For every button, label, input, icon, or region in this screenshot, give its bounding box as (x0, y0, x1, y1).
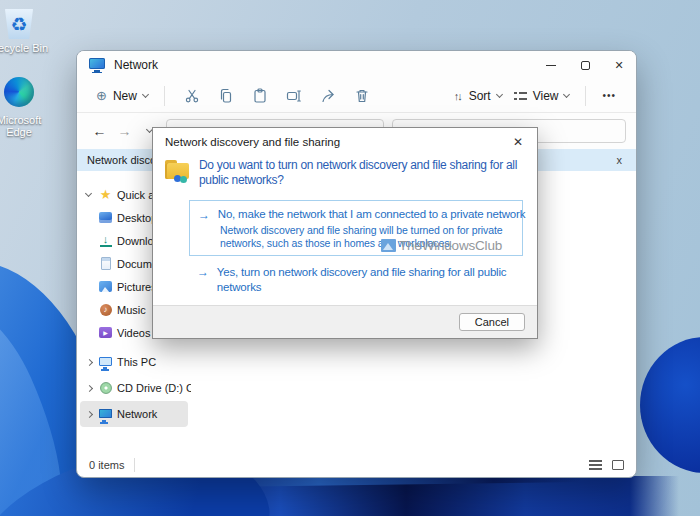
cancel-button[interactable]: Cancel (459, 313, 525, 331)
this-pc-icon (99, 357, 112, 366)
status-bar: 0 items (77, 453, 636, 477)
view-button[interactable]: View (508, 85, 576, 107)
edge-icon (4, 77, 34, 107)
paste-button[interactable] (243, 82, 277, 110)
minimize-icon (546, 65, 556, 66)
dialog-footer: Cancel (153, 305, 537, 338)
sidebar-item-this-pc[interactable]: This PC (77, 349, 191, 375)
more-options-button[interactable]: ••• (596, 86, 622, 105)
back-button[interactable]: ← (87, 118, 112, 144)
dialog-title-bar[interactable]: Network discovery and file sharing ✕ (153, 128, 537, 152)
view-icon (514, 91, 527, 101)
command-link-arrow-icon: → (198, 208, 210, 222)
close-button[interactable]: ✕ (602, 51, 636, 79)
downloads-icon: ↓ (100, 234, 112, 247)
toolbar-divider (585, 86, 586, 106)
videos-icon: ▶ (99, 327, 112, 338)
sidebar-item-cd-drive[interactable]: CD Drive (D:) CCCO (77, 375, 191, 401)
trash-icon (354, 88, 370, 104)
details-view-icon[interactable] (589, 460, 602, 470)
dialog-title: Network discovery and file sharing (165, 136, 340, 148)
share-icon (320, 88, 336, 104)
thewindowsclub-logo-icon (381, 239, 396, 252)
network-icon (99, 409, 112, 418)
title-bar[interactable]: Network ✕ (77, 51, 636, 79)
large-icons-view-icon[interactable] (612, 460, 624, 470)
shared-folder-icon (165, 160, 191, 181)
sort-button[interactable]: ↑↓ Sort (448, 85, 508, 107)
sidebar-item-network[interactable]: Network (80, 401, 188, 427)
new-button[interactable]: ⊕ New (90, 85, 154, 107)
new-button-label: New (113, 89, 137, 103)
quick-access-star-icon: ★ (100, 188, 112, 201)
items-count: 0 items (89, 459, 124, 471)
desktop-folder-icon (99, 212, 112, 223)
desktop-icon-label: Microsoft Edge (0, 114, 51, 138)
status-divider (134, 458, 135, 472)
documents-icon (101, 257, 111, 270)
chevron-right-icon (86, 358, 93, 365)
option-no-title: No, make the network that I am connected… (218, 208, 525, 222)
wallpaper-disc (640, 337, 700, 473)
pictures-icon (99, 281, 112, 292)
dialog-close-button[interactable]: ✕ (509, 135, 527, 149)
command-link-arrow-icon: → (197, 265, 209, 295)
window-title: Network (114, 58, 158, 72)
music-icon: ♪ (100, 304, 112, 316)
back-icon: ← (93, 123, 107, 139)
sidebar-item-label: Videos (117, 327, 150, 339)
toolbar-divider (164, 86, 165, 106)
desktop: { "colors": { "accent": "#0b6bc2", "inst… (0, 0, 700, 516)
option-yes-public-networks[interactable]: → Yes, turn on network discovery and fil… (197, 265, 523, 295)
ellipsis-icon: ••• (602, 90, 616, 101)
cut-button[interactable] (175, 82, 209, 110)
network-window-icon (89, 58, 106, 73)
desktop-icon-label: Recycle Bin (0, 42, 51, 54)
plus-icon: ⊕ (96, 89, 107, 102)
share-button[interactable] (311, 82, 345, 110)
watermark: TheWindowsClub (381, 238, 502, 253)
rename-icon (286, 88, 302, 104)
chevron-down-icon (142, 90, 149, 97)
chevron-down-icon (563, 90, 570, 97)
sidebar-item-label: This PC (117, 356, 156, 368)
maximize-button[interactable] (568, 51, 602, 79)
desktop-icon-recycle-bin[interactable]: ♻ Recycle Bin (0, 9, 51, 54)
forward-icon: → (118, 123, 132, 139)
sidebar-item-label: Music (117, 304, 146, 316)
cd-drive-icon (100, 382, 112, 394)
desktop-icon-microsoft-edge[interactable]: Microsoft Edge (0, 77, 51, 138)
watermark-text: TheWindowsClub (399, 238, 502, 253)
notification-close-button[interactable]: x (613, 154, 627, 166)
dialog-question: Do you want to turn on network discovery… (199, 158, 523, 188)
view-button-label: View (533, 89, 559, 103)
chevron-right-icon (86, 410, 93, 417)
sort-button-label: Sort (469, 89, 491, 103)
sidebar-item-label: Network (117, 408, 157, 420)
sidebar-item-label: Pictures (117, 281, 157, 293)
network-discovery-dialog: Network discovery and file sharing ✕ Do … (152, 127, 538, 339)
copy-icon (218, 88, 234, 104)
maximize-icon (581, 61, 590, 70)
option-yes-title: Yes, turn on network discovery and file … (217, 265, 523, 295)
delete-button[interactable] (345, 82, 379, 110)
sort-icon: ↑↓ (454, 90, 461, 102)
command-bar: ⊕ New (77, 79, 636, 113)
scissors-icon (184, 88, 200, 104)
close-icon: ✕ (614, 59, 623, 72)
paste-icon (252, 88, 268, 104)
minimize-button[interactable] (534, 51, 568, 79)
rename-button[interactable] (277, 82, 311, 110)
chevron-down-icon (85, 189, 92, 196)
chevron-right-icon (86, 384, 93, 391)
copy-button[interactable] (209, 82, 243, 110)
recycle-bin-icon: ♻ (3, 9, 35, 39)
forward-button[interactable]: → (112, 118, 137, 144)
chevron-down-icon (496, 90, 503, 97)
wallpaper-dark-band (0, 476, 700, 516)
